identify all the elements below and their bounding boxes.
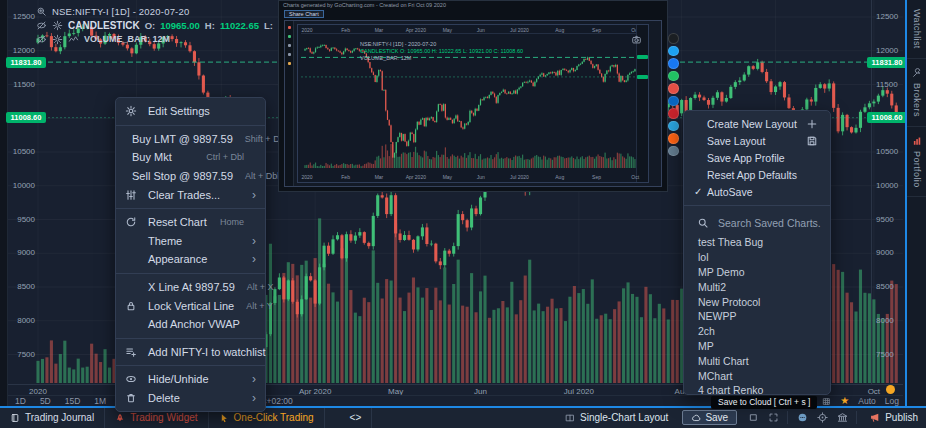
volume-settings-icon[interactable] (52, 34, 63, 45)
timeframe-button[interactable]: 1M (87, 396, 113, 406)
context-menu-item[interactable]: Lock Vertical Line Alt + Y (116, 296, 265, 315)
context-menu-item[interactable] (116, 365, 265, 366)
context-menu-item[interactable]: Buy Mkt Ctrl + Dbl (116, 148, 265, 167)
pocket-icon[interactable] (668, 83, 679, 94)
context-menu-item[interactable]: Add NIFTY-I to watchlist (116, 343, 265, 362)
menu-item-icon (125, 346, 137, 358)
whatsapp-icon[interactable] (668, 71, 679, 82)
context-menu-item[interactable]: Delete › (116, 389, 265, 408)
context-menu-item[interactable]: Hide/Unhide › (116, 370, 265, 389)
snapshot-camera-icon[interactable] (631, 31, 642, 42)
publish-button[interactable]: Publish (861, 408, 926, 428)
saved-chart-item[interactable]: NEWPP (684, 309, 830, 324)
saved-chart-item[interactable]: 4 chart Renko (684, 383, 830, 395)
price-tick: 9000 (876, 249, 894, 257)
context-menu-item[interactable] (116, 125, 265, 126)
telegram-icon[interactable] (668, 121, 679, 132)
pinterest-icon[interactable] (668, 108, 679, 119)
fullscreen-icon (768, 412, 779, 423)
reddit-icon[interactable] (668, 133, 679, 144)
price-tick: 7500 (876, 351, 894, 359)
favorite-star-icon[interactable]: ★ (840, 396, 849, 406)
facebook-icon[interactable] (668, 58, 679, 69)
context-menu-item[interactable]: Edit Settings (116, 102, 265, 121)
mini-toolbar-strip (285, 21, 294, 186)
price-level-badge: 11008.60 (6, 112, 46, 123)
context-menu-item[interactable]: Clear Trades... › (116, 185, 265, 204)
side-tab[interactable]: Portfolio (907, 127, 926, 198)
side-tab[interactable]: Watchlist (907, 0, 926, 59)
twitter-icon[interactable] (668, 46, 679, 57)
saved-chart-item[interactable]: Multi2 (684, 279, 830, 294)
saved-chart-item[interactable]: MChart (684, 368, 830, 383)
study-settings-icon[interactable] (52, 20, 63, 31)
layout-menu-item[interactable]: Save App Profile (684, 149, 830, 166)
layout-menu-item[interactable]: Create New Layout (684, 115, 830, 132)
toolbar-button-icon (10, 413, 20, 423)
mini-month-label: 2020 (301, 27, 312, 33)
timeframe-button[interactable]: 1D (8, 396, 33, 406)
social-share-column (668, 33, 679, 156)
side-tab-icon (912, 68, 922, 78)
hide-study-icon[interactable] (36, 20, 47, 31)
search-icon (697, 217, 709, 229)
share-chart-tab[interactable]: Share Chart (284, 10, 324, 18)
context-menu-item[interactable] (116, 338, 265, 339)
auto-scale-toggle[interactable]: Auto (858, 396, 876, 406)
saved-chart-item[interactable]: Multi Chart (684, 353, 830, 368)
price-tick: 8000 (17, 317, 35, 325)
toolbar-icon-button[interactable] (832, 408, 852, 428)
toolbar-icon-button[interactable] (763, 408, 783, 428)
email-icon[interactable] (668, 146, 679, 157)
toolbar-button[interactable]: <> (325, 408, 373, 428)
layout-icon (565, 413, 575, 423)
context-menu-item[interactable]: X Line At 9897.59 Alt + X (116, 278, 265, 297)
save-button[interactable]: Save (682, 410, 737, 425)
grid-settings-icon[interactable] (822, 397, 831, 406)
toolbar-icon-button[interactable] (812, 408, 832, 428)
context-menu-item[interactable]: Theme › (116, 232, 265, 251)
context-menu-item[interactable]: Reset Chart Home (116, 213, 265, 232)
mini-legend: NSE:NIFTY-I [1D] - 2020-07-20 CANDLESTIC… (360, 41, 523, 62)
search-input[interactable] (716, 216, 824, 230)
open-label: O: (145, 20, 156, 31)
layout-menu-item[interactable]: ✓ AutoSave (684, 183, 830, 200)
timeframe-button[interactable]: 15D (58, 396, 88, 406)
context-menu-item[interactable] (116, 208, 265, 209)
context-menu-item[interactable]: Add Anchor VWAP (116, 315, 265, 334)
price-tick: 9500 (876, 216, 894, 224)
saved-chart-item[interactable]: test Thea Bug (684, 235, 830, 250)
magnifier-plus-icon[interactable] (36, 6, 47, 17)
price-tick: 12500 (876, 13, 898, 21)
context-menu-item[interactable]: Appearance › (116, 250, 265, 269)
toolbar-button[interactable]: Trading Journal (0, 408, 105, 428)
context-menu-item[interactable]: Sell Stop @ 9897.59 Alt + Dbl (116, 167, 265, 186)
timeframe-button[interactable]: 5D (33, 396, 58, 406)
x-icon[interactable] (668, 33, 679, 44)
mini-month-label: Feb (341, 27, 350, 33)
context-menu-item[interactable] (116, 273, 265, 274)
exchange-icon (837, 412, 848, 423)
side-tab[interactable]: Brokers (907, 59, 926, 127)
mini-time-axis-bottom: 2020FebMarApr 2020MayJunJul 2020AugSepOc… (301, 174, 645, 181)
saved-chart-item[interactable]: lol (684, 250, 830, 265)
menu-item-icon (125, 300, 137, 312)
saved-chart-item[interactable]: MP Demo (684, 265, 830, 280)
saved-charts-search (684, 211, 830, 235)
hide-volume-icon[interactable] (36, 34, 47, 45)
toolbar-icon-button[interactable] (792, 408, 812, 428)
price-tick: 7500 (17, 351, 35, 359)
log-scale-toggle[interactable]: Log (885, 396, 899, 406)
toolbar-icon-button[interactable] (743, 408, 763, 428)
layout-menu-item[interactable]: Save Layout (684, 132, 830, 149)
layout-menu-item[interactable]: Reset App Defaults (684, 166, 830, 183)
context-menu-item[interactable]: Buy LMT @ 9897.59 Shift + Dbl (116, 130, 265, 149)
saved-chart-item[interactable]: 2ch (684, 324, 830, 339)
linkedin-icon[interactable] (668, 96, 679, 107)
saved-chart-item[interactable]: New Protocol (684, 294, 830, 309)
mini-month-label: Feb (341, 174, 350, 180)
menu-item-icon (125, 392, 137, 404)
mini-month-label: Jun (477, 27, 485, 33)
single-chart-layout-button[interactable]: Single-Chart Layout (557, 408, 676, 428)
saved-chart-item[interactable]: MP (684, 339, 830, 354)
